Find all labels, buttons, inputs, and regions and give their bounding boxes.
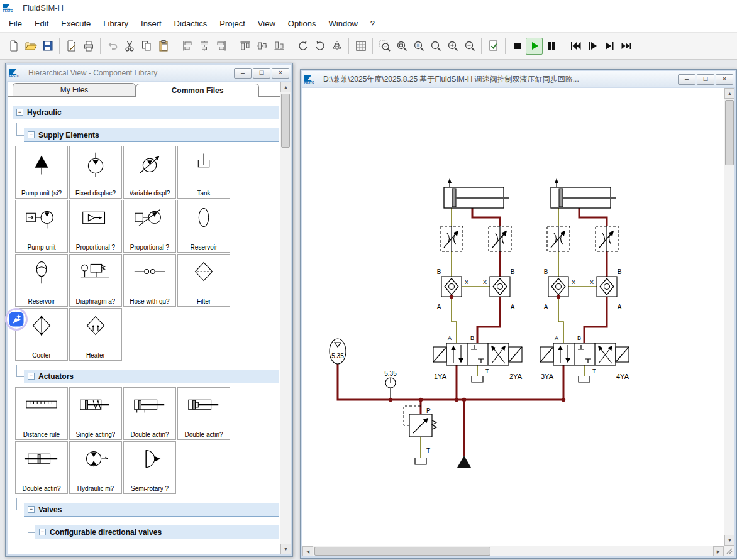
toolbar-page-setup-button[interactable] <box>63 38 80 55</box>
pressure-indicator[interactable]: 5.35 <box>384 370 397 388</box>
component-cell-reservoir[interactable]: Reservoir <box>177 200 230 253</box>
toolbar-print-button[interactable] <box>80 38 97 55</box>
pressure-gauge[interactable]: 5.35 <box>330 339 346 364</box>
collapse-icon[interactable]: − <box>28 373 35 380</box>
section-valves[interactable]: −Valves <box>24 503 279 517</box>
toolbar-align-left-button[interactable] <box>179 38 196 55</box>
toolbar-zoom-out-button[interactable] <box>461 38 478 55</box>
minimize-button[interactable]: – <box>234 68 252 79</box>
menu-help[interactable]: ? <box>364 16 381 31</box>
component-cell-double-actin[interactable]: Double actin? <box>15 441 68 494</box>
menu-window[interactable]: Window <box>323 16 364 31</box>
toolbar-zoom-previous-button[interactable] <box>427 38 444 55</box>
component-cell-proportional[interactable]: Proportional ? <box>69 200 122 253</box>
tab-my-files[interactable]: My Files <box>13 83 136 96</box>
section-configurable-directional-valves[interactable]: −Configurable directional valves <box>35 525 279 539</box>
toolbar-align-top-button[interactable] <box>236 38 253 55</box>
scroll-up-icon[interactable]: ▲ <box>280 82 291 92</box>
pump-symbol[interactable] <box>457 456 471 468</box>
toolbar-rotate-right-button[interactable] <box>311 38 328 55</box>
toolbar-align-bottom-button[interactable] <box>270 38 287 55</box>
component-cell-reservoir[interactable]: Reservoir <box>15 254 68 307</box>
minimize-button[interactable]: – <box>678 74 695 85</box>
close-button[interactable]: × <box>272 68 289 79</box>
toolbar-zoom-window-button[interactable] <box>393 38 410 55</box>
component-cell-hose-with-qu[interactable]: Hose with qu? <box>123 254 176 307</box>
component-cell-pump-unit-si[interactable]: Pump unit (si? <box>15 146 68 199</box>
toolbar-single-step-button[interactable] <box>584 38 601 55</box>
section-supply-elements[interactable]: −Supply Elements <box>24 128 279 142</box>
toolbar-stop-simulation-button[interactable] <box>509 38 526 55</box>
toolbar-align-middle-button[interactable] <box>253 38 270 55</box>
section-hydraulic[interactable]: −Hydraulic <box>13 106 279 119</box>
collapse-icon[interactable]: − <box>16 109 23 116</box>
component-cell-diaphragm-a[interactable]: Diaphragm a? <box>69 254 122 307</box>
section-actuators[interactable]: −Actuators <box>24 370 279 383</box>
collapse-icon[interactable]: − <box>28 506 35 513</box>
circuit-canvas[interactable]: BBAAXXAB1YA2YATBBAAXXAB3YA4YAT5.355.35PT <box>302 88 724 546</box>
toolbar-undo-button[interactable] <box>104 38 121 55</box>
maximize-button[interactable]: □ <box>253 68 270 79</box>
document-window-titlebar[interactable]: FESTO D:\兼兼\2025年度\2025.8.25 基于FluidSIM-… <box>302 71 735 87</box>
pressure-relief-valve[interactable]: PT <box>404 406 436 464</box>
component-cell-hydraulic-m[interactable]: Hydraulic m? <box>69 441 122 494</box>
toolbar-rotate-left-button[interactable] <box>294 38 311 55</box>
menu-execute[interactable]: Execute <box>55 16 97 31</box>
toolbar-start-simulation-button[interactable] <box>526 38 543 55</box>
component-cell-filter[interactable]: Filter <box>177 254 230 307</box>
circuit-group[interactable]: BBAAXXAB1YA2YAT <box>433 178 523 400</box>
scroll-left-icon[interactable]: ◀ <box>302 546 313 556</box>
scrollbar-thumb[interactable] <box>314 547 490 556</box>
library-vertical-scrollbar[interactable]: ▲ ▼ <box>280 82 291 554</box>
scroll-down-icon[interactable]: ▼ <box>280 544 291 554</box>
toolbar-zoom-page-button[interactable] <box>410 38 427 55</box>
toolbar-open-file-button[interactable] <box>22 38 39 55</box>
circuit-group[interactable]: BBAAXXAB3YA4YAT <box>540 178 629 400</box>
scrollbar-thumb[interactable] <box>281 94 290 148</box>
scroll-down-icon[interactable]: ▼ <box>724 535 734 546</box>
component-cell-double-actin[interactable]: Double actin? <box>123 387 176 440</box>
menu-edit[interactable]: Edit <box>28 16 55 31</box>
toolbar-reset-simulation-button[interactable] <box>567 38 584 55</box>
collapse-icon[interactable]: − <box>39 529 46 535</box>
toolbar-zoom-in-button[interactable] <box>444 38 461 55</box>
toolbar-zoom-detail-button[interactable] <box>376 38 393 55</box>
toolbar-align-center-button[interactable] <box>196 38 213 55</box>
collapse-icon[interactable]: − <box>28 131 35 138</box>
toolbar-copy-button[interactable] <box>138 38 155 55</box>
component-cell-semi-rotary[interactable]: Semi-rotary ? <box>123 441 176 494</box>
menu-options[interactable]: Options <box>282 16 323 31</box>
resize-grip[interactable] <box>724 546 734 556</box>
toolbar-cut-button[interactable] <box>121 38 138 55</box>
tab-common-files[interactable]: Common Files <box>136 84 259 97</box>
menu-insert[interactable]: Insert <box>135 16 168 31</box>
toolbar-check-circuit-button[interactable] <box>485 38 502 55</box>
component-cell-double-actin[interactable]: Double actin? <box>177 387 230 440</box>
component-cell-variable-displ[interactable]: Variable displ? <box>123 146 176 199</box>
scrollbar-thumb[interactable] <box>725 100 734 165</box>
close-button[interactable]: × <box>716 74 733 85</box>
component-cell-pump-unit[interactable]: Pump unit <box>15 200 68 253</box>
document-vertical-scrollbar[interactable]: ▲ ▼ <box>724 88 734 546</box>
floating-assistant-icon[interactable] <box>4 307 29 332</box>
library-window-titlebar[interactable]: FESTO Hierarchical View - Component Libr… <box>7 65 291 81</box>
menu-view[interactable]: View <box>252 16 282 31</box>
document-horizontal-scrollbar[interactable]: ◀ ▶ <box>302 546 724 556</box>
menu-library[interactable]: Library <box>97 16 135 31</box>
toolbar-save-file-button[interactable] <box>39 38 56 55</box>
toolbar-align-right-button[interactable] <box>213 38 230 55</box>
maximize-button[interactable]: □ <box>697 74 714 85</box>
toolbar-grid-button[interactable] <box>352 38 369 55</box>
scroll-up-icon[interactable]: ▲ <box>724 88 734 99</box>
toolbar-new-file-button[interactable] <box>5 38 22 55</box>
toolbar-simulate-until-state-button[interactable] <box>601 38 618 55</box>
toolbar-mirror-button[interactable] <box>328 38 345 55</box>
component-cell-proportional[interactable]: Proportional ? <box>123 200 176 253</box>
scroll-right-icon[interactable]: ▶ <box>713 546 724 556</box>
component-cell-single-acting[interactable]: Single acting? <box>69 387 122 440</box>
component-cell-fixed-displac[interactable]: Fixed displac? <box>69 146 122 199</box>
component-cell-distance-rule[interactable]: Distance rule <box>15 387 68 440</box>
component-cell-tank[interactable]: Tank <box>177 146 230 199</box>
toolbar-paste-button[interactable] <box>155 38 172 55</box>
menu-project[interactable]: Project <box>213 16 251 31</box>
